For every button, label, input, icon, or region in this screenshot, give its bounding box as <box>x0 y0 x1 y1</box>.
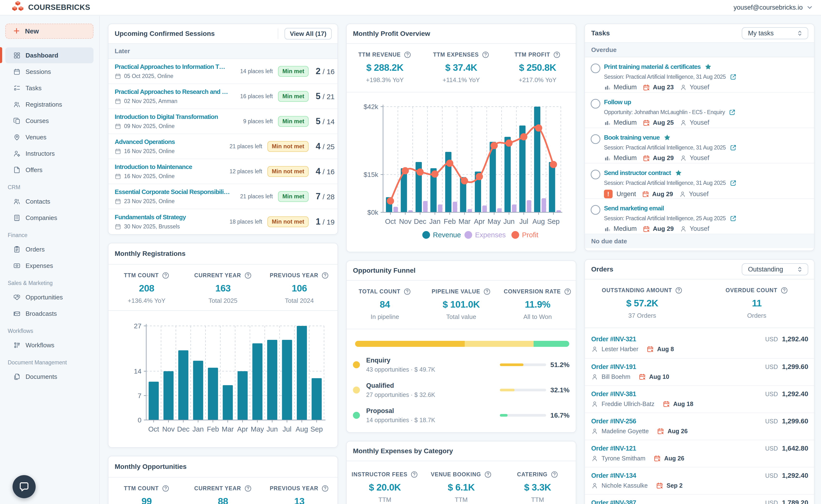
svg-text:Aug: Aug <box>296 425 308 433</box>
svg-text:Oct: Oct <box>148 425 159 433</box>
svg-text:$0k: $0k <box>367 209 378 216</box>
svg-text:Sep: Sep <box>547 218 559 225</box>
svg-text:Jun: Jun <box>267 425 278 433</box>
svg-text:7: 7 <box>137 392 141 400</box>
svg-text:Dec: Dec <box>177 425 189 433</box>
svg-text:Nov: Nov <box>162 425 175 433</box>
svg-text:Jul: Jul <box>519 218 528 225</box>
svg-text:27: 27 <box>134 322 141 330</box>
svg-text:14: 14 <box>134 368 141 375</box>
svg-text:Jul: Jul <box>283 425 292 433</box>
svg-text:$42k: $42k <box>364 103 378 110</box>
svg-text:Aug: Aug <box>532 218 545 225</box>
svg-text:Feb: Feb <box>207 425 219 433</box>
svg-text:Jun: Jun <box>503 218 514 225</box>
svg-text:Sep: Sep <box>310 425 323 433</box>
svg-text:May: May <box>251 425 264 433</box>
svg-text:Mar: Mar <box>222 425 234 433</box>
svg-text:Apr: Apr <box>237 425 248 433</box>
svg-text:0: 0 <box>137 416 141 424</box>
svg-text:Revenue: Revenue <box>433 231 461 239</box>
svg-text:Nov: Nov <box>399 218 411 225</box>
svg-text:Mar: Mar <box>458 218 470 225</box>
svg-text:Profit: Profit <box>522 231 538 239</box>
svg-text:Jan: Jan <box>429 218 441 225</box>
svg-text:Jan: Jan <box>192 425 204 433</box>
svg-text:Oct: Oct <box>385 218 396 225</box>
svg-text:Dec: Dec <box>414 218 426 225</box>
svg-text:Apr: Apr <box>474 218 485 225</box>
svg-text:Expenses: Expenses <box>475 231 506 239</box>
svg-text:$15k: $15k <box>364 171 378 178</box>
svg-text:Feb: Feb <box>444 218 456 225</box>
svg-text:May: May <box>488 218 501 225</box>
